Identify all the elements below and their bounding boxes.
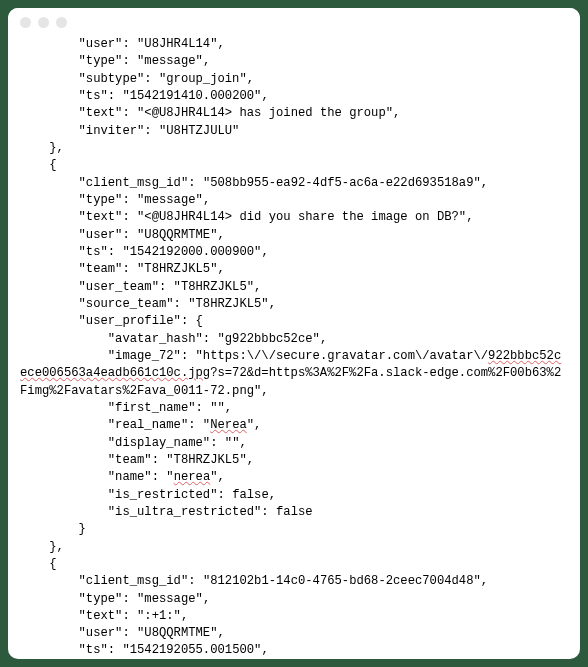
minimize-icon[interactable] (38, 17, 49, 28)
close-icon[interactable] (20, 17, 31, 28)
maximize-icon[interactable] (56, 17, 67, 28)
spellcheck-underline: Nerea (210, 418, 247, 432)
code-content: "user": "U8JHR4L14", "type": "message", … (8, 36, 580, 659)
spellcheck-underline: nerea (174, 470, 211, 484)
json-code: "user": "U8JHR4L14", "type": "message", … (20, 36, 568, 659)
window-titlebar (8, 8, 580, 36)
code-window: "user": "U8JHR4L14", "type": "message", … (8, 8, 580, 659)
